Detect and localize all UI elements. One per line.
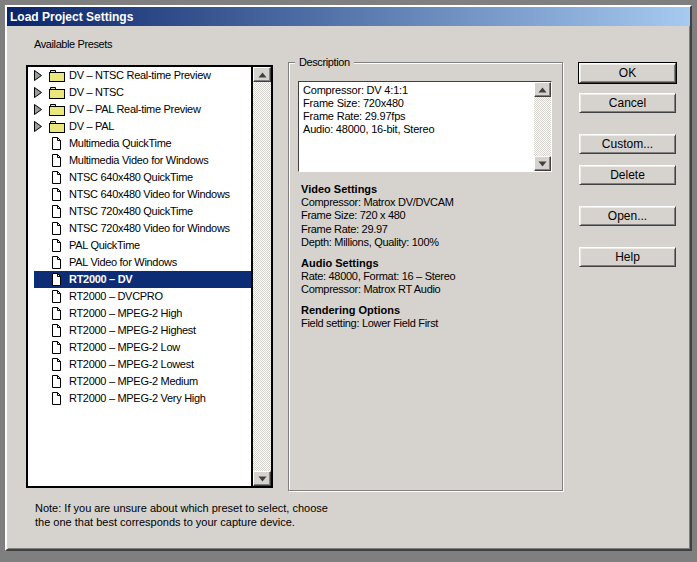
preset-item[interactable]: RT2000 – DV [34, 271, 251, 288]
preset-item[interactable]: RT2000 – MPEG-2 High [34, 305, 251, 322]
preset-item-label: NTSC 640x480 Video for Windows [69, 187, 230, 201]
preset-item-label: NTSC 720x480 QuickTime [69, 204, 193, 218]
detail-line: Compressor: Matrox DV/DVCAM [301, 196, 556, 209]
detail-line: Frame Size: 720 x 480 [301, 209, 556, 222]
document-icon [51, 154, 62, 167]
preset-item[interactable]: NTSC 640x480 QuickTime [34, 169, 251, 186]
scroll-up-icon [258, 72, 267, 78]
document-icon [51, 341, 62, 354]
scroll-up-icon [538, 87, 547, 93]
preset-item[interactable]: DV – NTSC Real-time Preview [34, 67, 251, 84]
preset-item-label: RT2000 – MPEG-2 Lowest [69, 357, 194, 371]
summary-line: Audio: 48000, 16-bit, Stereo [303, 123, 534, 136]
load-project-settings-dialog: Load Project Settings Available Presets … [5, 5, 692, 551]
document-icon [51, 239, 62, 252]
list-scroll-up-button[interactable] [253, 67, 271, 82]
note-text: Note: If you are unsure about which pres… [35, 502, 328, 529]
video-settings-heading: Video Settings [301, 183, 556, 196]
preset-listbox: DV – NTSC Real-time PreviewDV – NTSCDV –… [26, 65, 273, 488]
preset-item[interactable]: DV – NTSC [34, 84, 251, 101]
preset-item-label: NTSC 720x480 Video for Windows [69, 221, 230, 235]
open-button[interactable]: Open... [579, 206, 676, 226]
desktop-background: Load Project Settings Available Presets … [0, 0, 697, 562]
document-icon [51, 256, 62, 269]
preset-item[interactable]: NTSC 640x480 Video for Windows [34, 186, 251, 203]
preset-list: DV – NTSC Real-time PreviewDV – NTSCDV –… [28, 67, 251, 486]
note-line: Note: If you are unsure about which pres… [35, 502, 328, 516]
custom-button[interactable]: Custom... [579, 134, 676, 154]
detail-line: Compressor: Matrox RT Audio [301, 283, 556, 296]
document-icon [51, 171, 62, 184]
preset-item[interactable]: Multimedia QuickTime [34, 135, 251, 152]
list-scrollbar[interactable] [251, 67, 271, 486]
preset-item[interactable]: RT2000 – DVCPRO [34, 288, 251, 305]
preset-item-label: DV – PAL [69, 119, 114, 133]
folder-icon [49, 103, 65, 116]
document-icon [51, 273, 62, 286]
expand-arrow-icon[interactable] [34, 70, 42, 81]
document-icon [51, 324, 62, 337]
list-scroll-down-button[interactable] [253, 471, 271, 486]
summary-line: Frame Rate: 29.97fps [303, 110, 534, 123]
description-scrollbar[interactable] [534, 82, 551, 171]
expand-arrow-icon[interactable] [34, 87, 42, 98]
scroll-down-icon [258, 476, 267, 482]
summary-line: Frame Size: 720x480 [303, 97, 534, 110]
document-icon [51, 222, 62, 235]
scroll-down-icon [538, 161, 547, 167]
description-scroll-up-button[interactable] [534, 82, 551, 97]
preset-item[interactable]: NTSC 720x480 Video for Windows [34, 220, 251, 237]
preset-item-label: DV – NTSC [69, 85, 124, 99]
audio-settings-section: Audio Settings Rate: 48000, Format: 16 –… [301, 257, 556, 297]
preset-item-label: Multimedia Video for Windows [69, 153, 208, 167]
preset-item-label: RT2000 – MPEG-2 Medium [69, 374, 198, 388]
preset-item[interactable]: RT2000 – MPEG-2 Highest [34, 322, 251, 339]
expand-arrow-icon[interactable] [34, 121, 42, 132]
preset-item-label: RT2000 – MPEG-2 Low [69, 340, 180, 354]
document-icon [51, 205, 62, 218]
folder-icon [49, 69, 65, 82]
video-settings-section: Video Settings Compressor: Matrox DV/DVC… [301, 183, 556, 249]
preset-item[interactable]: RT2000 – MPEG-2 Low [34, 339, 251, 356]
detail-line: Depth: Millions, Quality: 100% [301, 236, 556, 249]
titlebar[interactable]: Load Project Settings [7, 7, 690, 26]
document-icon [51, 290, 62, 303]
preset-item[interactable]: RT2000 – MPEG-2 Lowest [34, 356, 251, 373]
cancel-button[interactable]: Cancel [579, 93, 676, 113]
help-button[interactable]: Help [579, 247, 676, 267]
document-icon [51, 137, 62, 150]
preset-item-label: RT2000 – DVCPRO [69, 289, 163, 303]
note-line: the one that best corresponds to your ca… [35, 516, 328, 530]
description-groupbox: Description Compressor: DV 4:1:1 Frame S… [288, 62, 563, 491]
preset-item[interactable]: DV – PAL Real-time Preview [34, 101, 251, 118]
document-icon [51, 307, 62, 320]
delete-button[interactable]: Delete [579, 165, 676, 185]
folder-icon [49, 120, 65, 133]
document-icon [51, 392, 62, 405]
preset-item-label: RT2000 – MPEG-2 Very High [69, 391, 206, 405]
audio-settings-heading: Audio Settings [301, 257, 556, 270]
folder-icon [49, 86, 65, 99]
available-presets-label: Available Presets [34, 38, 112, 50]
preset-item[interactable]: DV – PAL [34, 118, 251, 135]
preset-item[interactable]: RT2000 – MPEG-2 Medium [34, 373, 251, 390]
preset-item-label: PAL Video for Windows [69, 255, 177, 269]
preset-item-label: RT2000 – MPEG-2 High [69, 306, 182, 320]
preset-item-label: DV – PAL Real-time Preview [69, 102, 201, 116]
expand-arrow-icon[interactable] [34, 104, 42, 115]
preset-item[interactable]: Multimedia Video for Windows [34, 152, 251, 169]
preset-item-label: RT2000 – MPEG-2 Highest [69, 323, 196, 337]
preset-item[interactable]: PAL Video for Windows [34, 254, 251, 271]
document-icon [51, 358, 62, 371]
description-scroll-down-button[interactable] [534, 156, 551, 171]
preset-item[interactable]: PAL QuickTime [34, 237, 251, 254]
summary-line: Compressor: DV 4:1:1 [303, 84, 534, 97]
preset-item[interactable]: RT2000 – MPEG-2 Very High [34, 390, 251, 407]
ok-button[interactable]: OK [579, 63, 676, 83]
preset-item-label: NTSC 640x480 QuickTime [69, 170, 193, 184]
preset-item[interactable]: NTSC 720x480 QuickTime [34, 203, 251, 220]
rendering-options-heading: Rendering Options [301, 304, 556, 317]
preset-item-label: RT2000 – DV [69, 272, 132, 286]
rendering-options-section: Rendering Options Field setting: Lower F… [301, 304, 556, 330]
detail-line: Field setting: Lower Field First [301, 317, 556, 330]
